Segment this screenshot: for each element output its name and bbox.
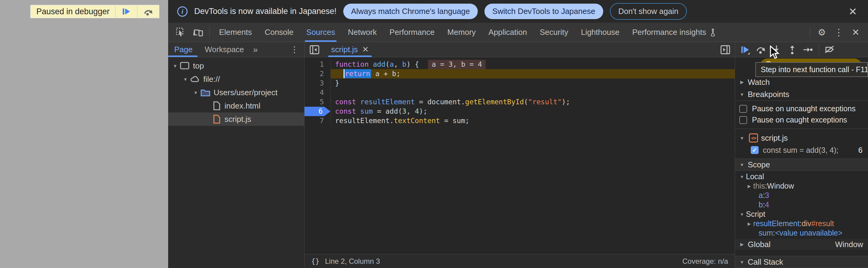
frame-icon	[180, 61, 190, 70]
expand-icon[interactable]: ▼	[171, 63, 179, 68]
navigator-tab-workspace[interactable]: Workspace	[199, 42, 250, 57]
scope-global-row[interactable]: ▶ Global Window	[735, 239, 868, 250]
toggle-navigator-sidebar-icon[interactable]	[309, 44, 320, 56]
notification-close-icon[interactable]: ✕	[847, 6, 859, 17]
pause-uncaught-exceptions-row[interactable]: Pause on uncaught exceptions	[735, 103, 868, 114]
pretty-print-icon[interactable]: {}	[311, 258, 320, 265]
flask-icon	[709, 28, 716, 37]
step-out-button[interactable]	[785, 43, 800, 56]
file-tree: ▼ top ▼ file:// ▼	[168, 57, 304, 268]
navigator-pane: Page Workspace » ⋮ ▼ top ▼	[168, 42, 305, 268]
step-over-button[interactable]	[753, 43, 768, 56]
editor-pane: script.js ✕ 1 function add(a, b) {a = 3,…	[305, 42, 735, 268]
close-tab-icon[interactable]: ✕	[362, 45, 369, 54]
navigator-tab-page[interactable]: Page	[168, 42, 199, 57]
editor-tab-strip: script.js ✕	[305, 42, 735, 57]
navigator-kebab-icon[interactable]: ⋮	[285, 44, 304, 55]
paused-badge-label-seg: Paused in debugger	[31, 5, 115, 18]
coverage-status: Coverage: n/a	[682, 257, 728, 266]
cursor-position: Line 2, Column 3	[325, 257, 380, 266]
js-document-icon	[211, 115, 221, 124]
section-call-stack[interactable]: ▼ Call Stack	[735, 256, 868, 268]
paused-in-debugger-badge: Paused in debugger	[30, 5, 159, 18]
section-watch[interactable]: ▶ Watch	[735, 76, 868, 88]
step-button[interactable]	[800, 43, 815, 56]
device-toolbar-icon[interactable]	[192, 26, 204, 38]
checkbox-unchecked[interactable]	[739, 105, 747, 113]
tab-memory[interactable]: Memory	[441, 23, 482, 42]
line-number[interactable]: 3	[305, 79, 331, 88]
scope-this-row[interactable]: ▶ this: Window	[735, 181, 868, 191]
mouse-cursor	[769, 46, 782, 60]
line-number[interactable]: 5	[305, 97, 331, 107]
resume-script-button[interactable]	[115, 5, 137, 18]
scope-a-row[interactable]: a: 3	[735, 191, 868, 200]
kebab-menu-icon[interactable]: ⋮	[830, 27, 848, 38]
line-number[interactable]: 7	[305, 116, 331, 125]
cloud-icon	[190, 75, 200, 84]
more-tabs-chevron[interactable]: »	[250, 45, 261, 55]
breakpoint-code: const sum = add(3, 4);	[763, 146, 838, 155]
devtools-close-icon[interactable]: ✕	[848, 27, 864, 38]
document-icon	[211, 101, 221, 110]
scope-resultelement-row[interactable]: ▶ resultElement: div#result	[735, 219, 868, 228]
checkbox-unchecked[interactable]	[739, 116, 747, 124]
tree-item-top[interactable]: ▼ top	[168, 59, 304, 72]
tab-lighthouse[interactable]: Lighthouse	[575, 23, 626, 42]
pause-caught-exceptions-row[interactable]: Pause on caught exceptions	[735, 114, 868, 125]
breakpoint-file-row[interactable]: ▼ <> script.js	[735, 132, 868, 144]
tab-console[interactable]: Console	[258, 23, 300, 42]
toggle-debugger-sidebar-icon[interactable]	[719, 44, 731, 56]
tab-elements[interactable]: Elements	[213, 23, 258, 42]
debugger-pane: Step into next function call - F11 - ⌘ ;…	[735, 42, 868, 268]
editor-tab-script-js[interactable]: script.js ✕	[328, 42, 372, 57]
code-editor[interactable]: 1 function add(a, b) {a = 3, b = 4 2 ret…	[305, 57, 735, 254]
tab-performance[interactable]: Performance	[383, 23, 441, 42]
expand-icon[interactable]: ▼	[182, 77, 189, 82]
navigator-header: Page Workspace » ⋮	[168, 42, 304, 57]
folder-icon	[200, 88, 211, 97]
inspect-element-icon[interactable]	[175, 26, 187, 38]
notification-bar: i DevTools is now available in Japanese!…	[168, 0, 868, 23]
deactivate-breakpoints-button[interactable]	[822, 43, 837, 56]
scope-b-row[interactable]: b: 4	[735, 200, 868, 209]
scope-sum-row[interactable]: sum: <value unavailable>	[735, 228, 868, 238]
section-breakpoints[interactable]: ▼ Breakpoints	[735, 88, 868, 100]
editor-status-bar: {} Line 2, Column 3 Coverage: n/a	[305, 254, 735, 268]
tab-performance-insights[interactable]: Performance insights	[626, 23, 723, 42]
line-number[interactable]: 1	[305, 60, 331, 69]
breakpoint-marker[interactable]: 6	[305, 107, 331, 116]
dont-show-again-button[interactable]: Don't show again	[610, 3, 687, 20]
expand-icon[interactable]: ▼	[192, 90, 200, 95]
tree-item-script-js[interactable]: script.js	[168, 113, 304, 126]
tree-item-index-html[interactable]: index.html	[168, 99, 304, 113]
scope-script-header[interactable]: ▼ Script	[735, 209, 868, 219]
line-number[interactable]: 4	[305, 88, 331, 97]
code-line-4: 4	[305, 88, 735, 97]
tab-sources[interactable]: Sources	[300, 23, 341, 42]
step-over-badge-button[interactable]	[137, 5, 159, 18]
tab-security[interactable]: Security	[533, 23, 575, 42]
main-toolbar: Elements Console Sources Network Perform…	[168, 23, 868, 42]
tree-item-project-folder[interactable]: ▼ Users/user/project	[168, 86, 304, 99]
breakpoint-entry[interactable]: ✓ const sum = add(3, 4); 6	[735, 144, 868, 156]
tree-item-file-origin[interactable]: ▼ file://	[168, 72, 304, 86]
always-match-language-button[interactable]: Always match Chrome's language	[343, 4, 478, 19]
tab-network[interactable]: Network	[341, 23, 383, 42]
switch-to-japanese-button[interactable]: Switch DevTools to Japanese	[485, 4, 603, 19]
code-line-2-paused: 2 return a + b;	[305, 69, 735, 79]
toolbar-divider-right	[810, 27, 810, 38]
tab-application[interactable]: Application	[482, 23, 533, 42]
code-line-3: 3 }	[305, 79, 735, 88]
checkbox-checked[interactable]: ✓	[751, 146, 758, 154]
scope-local-header[interactable]: ▼ Local	[735, 172, 868, 181]
line-number[interactable]: 2	[305, 69, 331, 79]
section-scope[interactable]: ▼ Scope	[735, 158, 868, 171]
resume-button[interactable]	[737, 43, 752, 56]
notification-message: DevTools is now available in Japanese!	[194, 7, 337, 16]
step-over-arc-icon	[143, 6, 153, 17]
step-into-tooltip: Step into next function call - F11 - ⌘ ;	[755, 62, 868, 77]
resume-play-icon	[121, 6, 131, 17]
settings-gear-icon[interactable]: ⚙	[813, 27, 830, 38]
code-line-5: 5 const resultElement = document.getElem…	[305, 97, 735, 107]
